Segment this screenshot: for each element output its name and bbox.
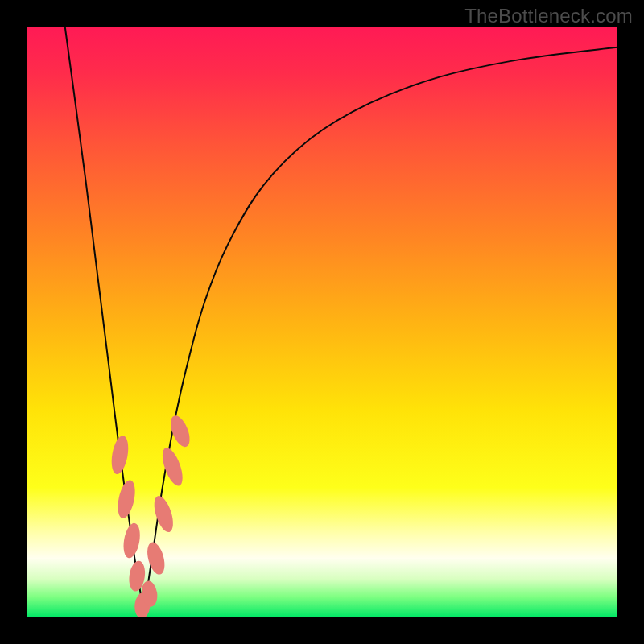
curve-right-branch: [143, 47, 617, 617]
curve-marker: [144, 540, 167, 576]
plot-frame: [27, 27, 617, 617]
curve-marker: [109, 435, 130, 476]
curve-markers: [109, 413, 193, 617]
watermark-text: TheBottleneck.com: [464, 5, 633, 27]
curve-marker: [115, 479, 138, 520]
bottleneck-curve: [27, 27, 617, 617]
curve-marker: [151, 493, 177, 535]
curve-marker: [121, 522, 142, 559]
